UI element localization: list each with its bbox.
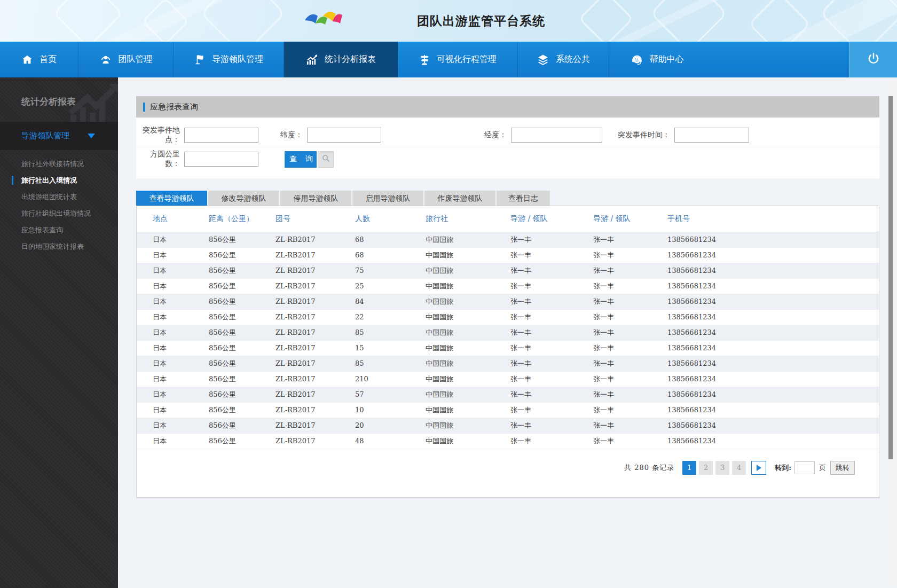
sidebar-item-entry-exit[interactable]: 旅行社出入境情况 bbox=[0, 172, 118, 189]
nav-item-team[interactable]: 团队管理 bbox=[78, 42, 174, 77]
logout-button[interactable] bbox=[849, 42, 897, 77]
cell-guide-1: 张一丰 bbox=[494, 418, 577, 433]
table-row[interactable]: 日本 856公里 ZL-RB2017 68 中国国旅 张一丰 张一丰 13856… bbox=[137, 232, 879, 247]
nav-item-system[interactable]: 系统公共 bbox=[518, 42, 609, 77]
cell-group-no: ZL-RB2017 bbox=[259, 418, 339, 433]
query-form: 突发事件地点： 纬度： 经度： 突发事件时间： 方圆公里数： 查 询 bbox=[136, 117, 879, 178]
sidebar-group-guide-manage[interactable]: 导游领队管理 bbox=[0, 122, 118, 150]
col-agency: 旅行社 bbox=[410, 206, 494, 232]
nav-item-help-center[interactable]: 帮助中心 bbox=[609, 42, 705, 77]
tab-enable-guides[interactable]: 启用导游领队 bbox=[352, 191, 423, 206]
cell-agency: 中国国旅 bbox=[410, 433, 494, 449]
table-row[interactable]: 日本 856公里 ZL-RB2017 210 中国国旅 张一丰 张一丰 1385… bbox=[137, 371, 879, 387]
table-row[interactable]: 日本 856公里 ZL-RB2017 85 中国国旅 张一丰 张一丰 13856… bbox=[137, 356, 879, 371]
cell-agency: 中国国旅 bbox=[410, 294, 494, 309]
cell-people-count: 84 bbox=[339, 294, 410, 309]
table-row[interactable]: 日本 856公里 ZL-RB2017 84 中国国旅 张一丰 张一丰 13856… bbox=[137, 294, 879, 309]
latitude-label: 纬度： bbox=[258, 130, 307, 140]
cell-group-no: ZL-RB2017 bbox=[259, 402, 339, 418]
table-row[interactable]: 日本 856公里 ZL-RB2017 68 中国国旅 张一丰 张一丰 13856… bbox=[137, 247, 879, 263]
cell-group-no: ZL-RB2017 bbox=[259, 340, 339, 356]
cell-guide-1: 张一丰 bbox=[494, 325, 577, 340]
cell-distance: 856公里 bbox=[193, 232, 259, 247]
next-page-button[interactable] bbox=[751, 461, 766, 475]
cell-location: 日本 bbox=[137, 433, 193, 449]
flag-icon bbox=[194, 54, 206, 66]
radius-km-label: 方圆公里数： bbox=[136, 150, 184, 169]
cell-people-count: 20 bbox=[339, 418, 410, 433]
sidebar-item-org-outbound[interactable]: 旅行社组织出境游情况 bbox=[0, 205, 118, 222]
longitude-input[interactable] bbox=[511, 128, 602, 143]
cell-phone: 13856681234 bbox=[651, 356, 879, 371]
table-row[interactable]: 日本 856公里 ZL-RB2017 25 中国国旅 张一丰 张一丰 13856… bbox=[137, 278, 879, 294]
page-button-3[interactable]: 3 bbox=[715, 461, 729, 475]
cell-distance: 856公里 bbox=[193, 433, 259, 449]
cell-distance: 856公里 bbox=[193, 325, 259, 340]
cell-group-no: ZL-RB2017 bbox=[259, 309, 339, 325]
cell-location: 日本 bbox=[137, 294, 193, 309]
nav-item-label: 系统公共 bbox=[556, 54, 590, 65]
cell-group-no: ZL-RB2017 bbox=[259, 263, 339, 278]
query-button[interactable]: 查 询 bbox=[285, 151, 317, 168]
table-row[interactable]: 日本 856公里 ZL-RB2017 85 中国国旅 张一丰 张一丰 13856… bbox=[137, 325, 879, 340]
nav-item-guide-manage[interactable]: 导游领队管理 bbox=[174, 42, 284, 77]
page-button-4[interactable]: 4 bbox=[732, 461, 746, 475]
sidebar-item-destination-stats[interactable]: 目的地国家统计报表 bbox=[0, 238, 118, 255]
table-row[interactable]: 日本 856公里 ZL-RB2017 22 中国国旅 张一丰 张一丰 13856… bbox=[137, 309, 879, 325]
cell-people-count: 85 bbox=[339, 325, 410, 340]
cell-group-no: ZL-RB2017 bbox=[259, 387, 339, 402]
cell-agency: 中国国旅 bbox=[410, 325, 494, 340]
sidebar-item-outbound-stats[interactable]: 出境游组团统计表 bbox=[0, 189, 118, 205]
search-icon-button[interactable] bbox=[318, 151, 334, 168]
page-button-1[interactable]: 1 bbox=[682, 461, 696, 475]
cell-agency: 中国国旅 bbox=[410, 278, 494, 294]
table-row[interactable]: 日本 856公里 ZL-RB2017 15 中国国旅 张一丰 张一丰 13856… bbox=[137, 340, 879, 356]
table-row[interactable]: 日本 856公里 ZL-RB2017 20 中国国旅 张一丰 张一丰 13856… bbox=[137, 418, 879, 433]
cell-location: 日本 bbox=[137, 356, 193, 371]
table-row[interactable]: 日本 856公里 ZL-RB2017 48 中国国旅 张一丰 张一丰 13856… bbox=[137, 433, 879, 449]
sidebar-item-emergency-report[interactable]: 应急报表查询 bbox=[0, 222, 118, 238]
cell-people-count: 22 bbox=[339, 309, 410, 325]
nav-item-home[interactable]: 首页 bbox=[0, 42, 78, 77]
cell-guide-2: 张一丰 bbox=[577, 387, 651, 402]
cell-location: 日本 bbox=[137, 309, 193, 325]
cell-guide-1: 张一丰 bbox=[494, 247, 577, 263]
goto-page-input[interactable] bbox=[794, 461, 815, 474]
nav-item-stats-report[interactable]: 统计分析报表 bbox=[284, 42, 398, 77]
col-distance: 距离（公里） bbox=[193, 206, 259, 232]
sidebar-item-reception[interactable]: 旅行社外联接待情况 bbox=[0, 155, 118, 172]
cell-distance: 856公里 bbox=[193, 387, 259, 402]
cell-guide-1: 张一丰 bbox=[494, 309, 577, 325]
record-count-suffix: 条记录 bbox=[652, 464, 674, 472]
page-button-2[interactable]: 2 bbox=[699, 461, 713, 475]
cell-distance: 856公里 bbox=[193, 418, 259, 433]
cell-location: 日本 bbox=[137, 247, 193, 263]
jump-button[interactable]: 跳转 bbox=[830, 461, 855, 475]
tab-edit-guides[interactable]: 修改导游领队 bbox=[208, 191, 279, 206]
cell-phone: 13856681234 bbox=[651, 402, 879, 418]
tab-view-guides[interactable]: 查看导游领队 bbox=[136, 191, 207, 206]
radius-km-input[interactable] bbox=[184, 152, 258, 167]
cell-group-no: ZL-RB2017 bbox=[259, 247, 339, 263]
cell-guide-2: 张一丰 bbox=[577, 371, 651, 387]
tab-void-guides[interactable]: 作废导游领队 bbox=[424, 191, 495, 206]
cell-location: 日本 bbox=[137, 371, 193, 387]
latitude-input[interactable] bbox=[307, 128, 381, 143]
tab-disable-guides[interactable]: 停用导游领队 bbox=[280, 191, 351, 206]
record-count-prefix: 共 bbox=[624, 464, 632, 472]
incident-location-input[interactable] bbox=[184, 128, 258, 143]
cell-agency: 中国国旅 bbox=[410, 247, 494, 263]
scrollbar-thumb[interactable] bbox=[888, 96, 893, 459]
nav-item-visual-itinerary[interactable]: 可视化行程管理 bbox=[398, 42, 518, 77]
tab-view-logs[interactable]: 查看日志 bbox=[497, 191, 550, 206]
table-row[interactable]: 日本 856公里 ZL-RB2017 75 中国国旅 张一丰 张一丰 13856… bbox=[137, 263, 879, 278]
cell-phone: 13856681234 bbox=[651, 387, 879, 402]
cell-group-no: ZL-RB2017 bbox=[259, 278, 339, 294]
cell-distance: 856公里 bbox=[193, 278, 259, 294]
incident-location-label: 突发事件地点： bbox=[136, 126, 184, 145]
col-phone: 手机号 bbox=[651, 206, 879, 232]
table-row[interactable]: 日本 856公里 ZL-RB2017 10 中国国旅 张一丰 张一丰 13856… bbox=[137, 402, 879, 418]
table-row[interactable]: 日本 856公里 ZL-RB2017 57 中国国旅 张一丰 张一丰 13856… bbox=[137, 387, 879, 402]
title-marker bbox=[143, 103, 145, 112]
incident-time-input[interactable] bbox=[674, 128, 749, 143]
